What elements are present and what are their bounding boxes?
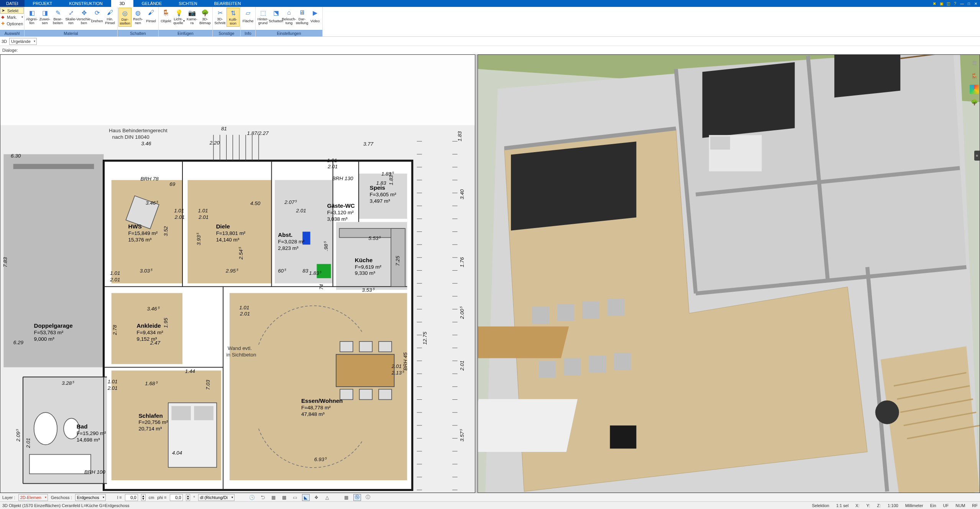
video-button[interactable]: ▶Video (309, 8, 322, 26)
close-icon[interactable]: ✕ (973, 1, 978, 6)
mark-icon: ◆ (1, 15, 6, 20)
menu-projekt[interactable]: PROJEKT (25, 0, 61, 7)
zuweisen-icon: ◨ (40, 8, 50, 17)
svg-text:2.01: 2.01 (107, 385, 118, 391)
verschieben-button[interactable]: ✥Verschie-ben (77, 8, 90, 26)
schatten2-button[interactable]: ⬔Schatten (269, 8, 282, 26)
kamera-label: Kame-ra (187, 17, 197, 25)
rechnen-button[interactable]: ◍Rech-nen (131, 8, 144, 26)
skalieren-icon: ⤢ (66, 8, 76, 17)
svg-text:F=13,801 m²: F=13,801 m² (216, 230, 246, 236)
objekt-button[interactable]: 🪑Objekt (159, 8, 172, 26)
color-icon[interactable] (970, 85, 979, 94)
svg-text:3.40: 3.40 (460, 189, 465, 200)
ribbon-group-material: ◧Abgrei-fen◨Zuwei-sen✎Bear-beiten⤢Skalie… (25, 7, 118, 36)
hintergrund-icon: ⬚ (258, 8, 268, 17)
2d-plan-pane[interactable]: DoppelgarageF=53,763 m²9,000 m³HWSF=15,8… (0, 54, 475, 493)
north-icon[interactable]: Ⓝ (353, 494, 361, 501)
menu-gelaende[interactable]: GELÄNDE (133, 0, 171, 7)
hinpinsel-button[interactable]: 🖌Hin.Pinsel (103, 8, 117, 26)
bitmap3d-button[interactable]: 🌳3D-Bitmap (199, 8, 212, 26)
svg-text:1.01: 1.01 (327, 158, 337, 163)
svg-text:2.01: 2.01 (460, 360, 465, 371)
tool-icon[interactable]: ✖ (932, 1, 937, 6)
menu-sichten[interactable]: SICHTEN (170, 0, 205, 7)
svg-text:5.53⁵: 5.53⁵ (368, 235, 381, 241)
grid-icon[interactable]: ▦ (343, 494, 350, 501)
svg-text:Haus Behindertengerecht: Haus Behindertengerecht (109, 128, 167, 133)
bearbeiten-button[interactable]: ✎Bear-beiten (51, 8, 64, 26)
svg-rect-43 (379, 389, 392, 400)
optionen-button[interactable]: ✚ Optionen (0, 20, 24, 27)
darstellung-button[interactable]: 🖥Dar-stellung (295, 8, 309, 26)
flaeche-button[interactable]: ▱Fläche (241, 8, 254, 26)
hintergrund-button[interactable]: ⬚Hinter-grund (256, 8, 269, 26)
pinsel-button[interactable]: 🖌Pinsel (144, 8, 158, 26)
menu-bearbeiten[interactable]: BEARBEITEN (206, 0, 250, 7)
drehen-button[interactable]: ⟳Drehen (90, 8, 103, 26)
kamera-button[interactable]: 📷Kame-ra (185, 8, 199, 26)
window-icon2[interactable]: ◫ (946, 1, 951, 6)
lichtquelle-button[interactable]: 💡Licht-quelle (172, 8, 185, 26)
group-label-auswahl: Auswahl (0, 30, 24, 36)
triangle-icon[interactable]: △ (323, 494, 331, 501)
kollision-button[interactable]: ⇅Kolli-sion (227, 8, 240, 27)
beleuchtung-icon: ⌂ (284, 8, 294, 17)
svg-text:4.50: 4.50 (250, 200, 261, 206)
help-icon[interactable]: ? (952, 1, 958, 6)
back-icon[interactable]: ⮌ (259, 494, 267, 501)
darstellen-button[interactable]: ◎Dar-stellen (118, 8, 131, 27)
menu-konstruktion[interactable]: KONSTRUKTION (61, 0, 111, 7)
layers2-icon[interactable]: ❖ (313, 494, 320, 501)
status-x: X: (855, 503, 859, 508)
dl-combo[interactable]: dl (Richtung/Di (198, 494, 235, 501)
3d-view-pane[interactable]: ☰ 🪑 🌳 ≡ (478, 54, 980, 493)
flaeche-label: Fläche (243, 17, 254, 25)
zuweisen-button[interactable]: ◨Zuwei-sen (38, 8, 51, 26)
mode-label: 3D (2, 39, 7, 44)
layer-combo[interactable]: 2D-Elemen (18, 494, 48, 501)
svg-rect-46 (194, 406, 213, 420)
svg-text:2.01: 2.01 (296, 208, 306, 213)
length-unit: cm (149, 495, 154, 500)
svg-text:F=15,849 m²: F=15,849 m² (128, 230, 158, 236)
visibility-icon[interactable]: ◣ (302, 494, 310, 501)
maximize-icon[interactable]: □ (966, 1, 972, 6)
svg-text:1.83: 1.83 (457, 131, 463, 141)
layers-icon[interactable]: ☰ (970, 59, 979, 68)
terrain-combo[interactable]: Urgelände (9, 38, 37, 45)
svg-text:2.01: 2.01 (25, 438, 31, 448)
phi-spinner[interactable]: ▲▼ (186, 494, 190, 501)
selekt-button[interactable]: ➤ Selekt (0, 7, 24, 14)
geschoss-combo[interactable]: Erdgeschos (75, 494, 106, 501)
svg-text:1.76: 1.76 (460, 257, 465, 267)
svg-text:3.77: 3.77 (363, 141, 374, 147)
svg-text:1.87/2.27: 1.87/2.27 (247, 130, 269, 136)
minimize-icon[interactable]: — (959, 1, 965, 6)
window-icon[interactable]: ▭ (291, 494, 299, 501)
length-input[interactable] (125, 494, 138, 501)
schnitt3d-button[interactable]: ✂3D-Schnitt (213, 8, 227, 26)
beleuchtung-button[interactable]: ⌂Beleuch-tung (282, 8, 295, 26)
side-panel-toggle[interactable]: ≡ (974, 151, 980, 161)
window-icon[interactable]: ▣ (939, 1, 944, 6)
menu-3d[interactable]: 3D (111, 0, 133, 7)
menu-file[interactable]: DATEI (0, 0, 25, 7)
tree-icon[interactable]: 🌳 (970, 98, 979, 107)
cube1-icon[interactable]: ▦ (270, 494, 277, 501)
length-spinner[interactable]: ▲▼ (141, 494, 146, 501)
abgreifen-button[interactable]: ◧Abgrei-fen (25, 8, 38, 26)
chair-icon[interactable]: 🪑 (970, 72, 979, 81)
clock-icon[interactable]: 🕓 (248, 494, 256, 501)
svg-text:Ankleide: Ankleide (136, 323, 161, 329)
svg-rect-45 (171, 406, 191, 420)
svg-text:6.30: 6.30 (11, 153, 21, 159)
svg-rect-236 (607, 299, 625, 316)
svg-text:.98⁵: .98⁵ (323, 241, 329, 251)
skalieren-button[interactable]: ⤢Skalie-ren (64, 8, 77, 26)
ruler-icon[interactable]: ⓘ (364, 494, 372, 501)
cube2-icon[interactable]: ▩ (281, 494, 288, 501)
group-label-einfuegen: Einfügen (159, 30, 212, 36)
phi-input[interactable] (170, 494, 183, 501)
mark-button[interactable]: ◆ Mark. ▾ (0, 14, 24, 20)
